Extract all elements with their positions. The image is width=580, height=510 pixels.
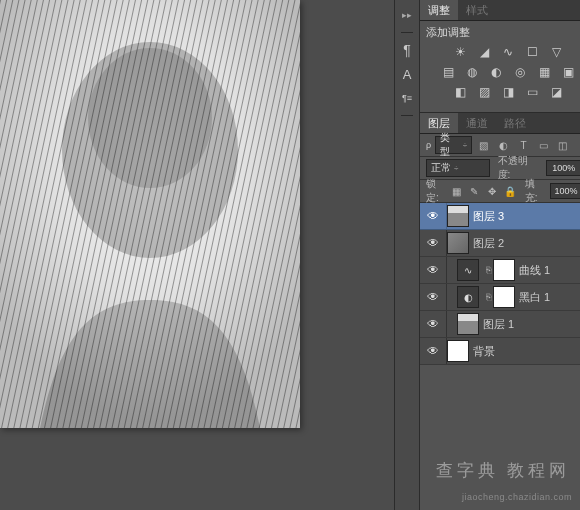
tab-layers[interactable]: 图层 <box>420 113 458 133</box>
layer-name[interactable]: 黑白 1 <box>519 290 550 305</box>
gradient-map-icon[interactable]: ▭ <box>523 84 541 100</box>
document[interactable] <box>0 0 300 428</box>
tab-channels[interactable]: 通道 <box>458 113 496 133</box>
layer-row[interactable]: 👁◐⎘黑白 1 <box>420 284 580 311</box>
tab-adjustments[interactable]: 调整 <box>420 0 458 20</box>
filter-adjust-icon[interactable]: ◐ <box>496 138 512 152</box>
color-balance-icon[interactable]: ◍ <box>463 64 481 80</box>
right-panels: 调整 样式 ▾≡ 添加调整 ☀ ◢ ∿ ☐ ▽ ▤ ◍ ◐ ◎ ▦ ▣ ◧ <box>420 0 580 510</box>
layer-row[interactable]: 👁图层 2 <box>420 230 580 257</box>
collapse-panels-icon[interactable]: ▸▸ <box>398 6 416 24</box>
adjustment-thumb: ◐ <box>457 286 479 308</box>
paragraph-styles-icon[interactable]: ¶≡ <box>398 89 416 107</box>
layer-name[interactable]: 图层 3 <box>473 209 504 224</box>
character-icon[interactable]: A <box>398 65 416 83</box>
tab-paths[interactable]: 路径 <box>496 113 534 133</box>
visibility-toggle-icon[interactable]: 👁 <box>420 203 447 229</box>
lock-position-icon[interactable]: ✥ <box>485 184 499 198</box>
layer-thumb <box>447 205 469 227</box>
hue-sat-icon[interactable]: ▤ <box>439 64 457 80</box>
layer-row[interactable]: 👁∿⎘曲线 1 <box>420 257 580 284</box>
lock-transparency-icon[interactable]: ▦ <box>450 184 464 198</box>
blend-mode-combo[interactable]: 正常 ÷ <box>426 159 490 177</box>
layer-mask-thumb <box>493 286 515 308</box>
levels-icon[interactable]: ◢ <box>475 44 493 60</box>
channel-mixer-icon[interactable]: ▦ <box>535 64 553 80</box>
adjustments-panel: 添加调整 ☀ ◢ ∿ ☐ ▽ ▤ ◍ ◐ ◎ ▦ ▣ ◧ ▨ ◨ ▭ ◪ <box>420 21 580 113</box>
visibility-toggle-icon[interactable]: 👁 <box>420 257 447 283</box>
canvas-area[interactable] <box>0 0 394 510</box>
tab-styles[interactable]: 样式 <box>458 0 496 20</box>
lock-label: 锁定: <box>426 177 446 205</box>
options-rail: ▸▸ ¶ A ¶≡ <box>394 0 420 510</box>
fill-label: 填充: <box>525 177 545 205</box>
layer-row[interactable]: 👁背景 <box>420 338 580 365</box>
filter-toggle-switch[interactable]: ▯ <box>575 138 580 152</box>
layer-thumb <box>447 232 469 254</box>
opacity-input[interactable]: 100% <box>546 160 580 176</box>
fill-input[interactable]: 100% <box>550 183 580 199</box>
curves-icon[interactable]: ∿ <box>499 44 517 60</box>
kind-filter-combo[interactable]: 类型 ÷ <box>435 136 472 154</box>
layer-name[interactable]: 图层 2 <box>473 236 504 251</box>
layer-name[interactable]: 背景 <box>473 344 495 359</box>
lock-pixels-icon[interactable]: ✎ <box>467 184 481 198</box>
selective-color-icon[interactable]: ◪ <box>547 84 565 100</box>
invert-icon[interactable]: ◧ <box>451 84 469 100</box>
vibrance-icon[interactable]: ▽ <box>547 44 565 60</box>
posterize-icon[interactable]: ▨ <box>475 84 493 100</box>
blend-mode-value: 正常 <box>431 161 451 175</box>
filter-smart-icon[interactable]: ◫ <box>555 138 571 152</box>
layer-row[interactable]: 👁图层 1 <box>420 311 580 338</box>
visibility-toggle-icon[interactable]: 👁 <box>420 311 447 337</box>
panel-menu-icon[interactable]: ▾≡ <box>577 3 580 17</box>
svg-rect-5 <box>0 0 300 428</box>
document-image <box>0 0 300 428</box>
panel-menu-icon[interactable]: ▾≡ <box>577 116 580 130</box>
kind-filter-label: 类型 <box>440 131 460 159</box>
paragraph-icon[interactable]: ¶ <box>398 41 416 59</box>
filter-type-icon[interactable]: T <box>516 138 532 152</box>
layers-panel: 图层 通道 路径 ▾≡ ρ 类型 ÷ ▧ ◐ T ▭ ◫ ▯ 正常 <box>420 113 580 510</box>
adjustments-tabs: 调整 样式 ▾≡ <box>420 0 580 21</box>
black-white-icon[interactable]: ◐ <box>487 64 505 80</box>
divider <box>401 32 413 33</box>
layer-mask-thumb <box>493 259 515 281</box>
lock-all-icon[interactable]: 🔒 <box>503 184 517 198</box>
filter-pixel-icon[interactable]: ▧ <box>476 138 492 152</box>
color-lookup-icon[interactable]: ▣ <box>559 64 577 80</box>
layer-thumb <box>457 313 479 335</box>
exposure-icon[interactable]: ☐ <box>523 44 541 60</box>
divider <box>401 115 413 116</box>
adjustments-title: 添加调整 <box>426 25 580 40</box>
layer-name[interactable]: 曲线 1 <box>519 263 550 278</box>
visibility-toggle-icon[interactable]: 👁 <box>420 284 447 310</box>
chevron-down-icon: ÷ <box>454 164 458 173</box>
mask-link-icon[interactable]: ⎘ <box>483 265 493 275</box>
layer-row[interactable]: 👁图层 3 <box>420 203 580 230</box>
visibility-toggle-icon[interactable]: 👁 <box>420 230 447 256</box>
layer-list: 👁图层 3👁图层 2👁∿⎘曲线 1👁◐⎘黑白 1👁图层 1👁背景 <box>420 203 580 510</box>
threshold-icon[interactable]: ◨ <box>499 84 517 100</box>
filter-shape-icon[interactable]: ▭ <box>535 138 551 152</box>
photo-filter-icon[interactable]: ◎ <box>511 64 529 80</box>
layer-thumb <box>447 340 469 362</box>
layer-name[interactable]: 图层 1 <box>483 317 514 332</box>
adjustment-thumb: ∿ <box>457 259 479 281</box>
chevron-down-icon: ÷ <box>463 141 467 150</box>
brightness-contrast-icon[interactable]: ☀ <box>451 44 469 60</box>
mask-link-icon[interactable]: ⎘ <box>483 292 493 302</box>
layers-lock-row: 锁定: ▦ ✎ ✥ 🔒 填充: 100% ▾ <box>420 180 580 203</box>
visibility-toggle-icon[interactable]: 👁 <box>420 338 447 364</box>
